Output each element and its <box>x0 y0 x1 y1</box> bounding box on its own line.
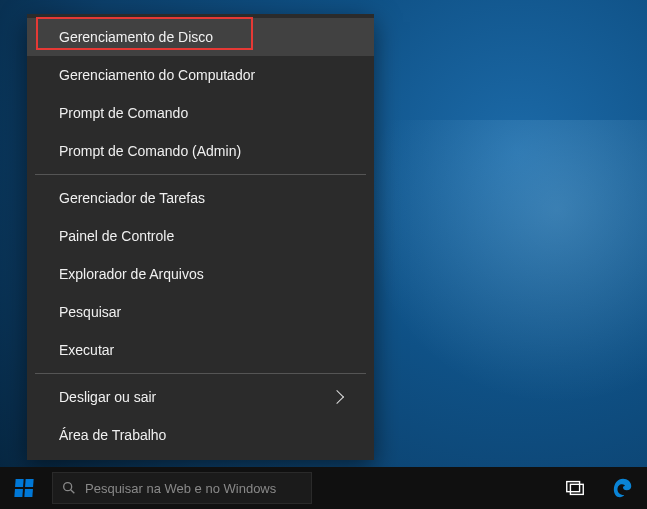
svg-rect-3 <box>570 484 583 494</box>
winx-context-menu: Gerenciamento de Disco Gerenciamento do … <box>27 14 374 460</box>
menu-item-command-prompt[interactable]: Prompt de Comando <box>27 94 374 132</box>
task-view-icon <box>564 477 586 499</box>
menu-item-label: Prompt de Comando <box>59 105 188 121</box>
menu-item-label: Área de Trabalho <box>59 427 166 443</box>
menu-item-label: Gerenciador de Tarefas <box>59 190 205 206</box>
menu-item-label: Desligar ou sair <box>59 389 156 405</box>
menu-item-label: Executar <box>59 342 114 358</box>
menu-item-control-panel[interactable]: Painel de Controle <box>27 217 374 255</box>
menu-separator <box>35 174 366 175</box>
search-placeholder: Pesquisar na Web e no Windows <box>85 481 276 496</box>
edge-browser-button[interactable] <box>599 467 647 509</box>
menu-item-label: Explorador de Arquivos <box>59 266 204 282</box>
svg-line-1 <box>71 490 75 494</box>
edge-icon <box>612 477 634 499</box>
taskbar: Pesquisar na Web e no Windows <box>0 467 647 509</box>
menu-item-search[interactable]: Pesquisar <box>27 293 374 331</box>
menu-item-run[interactable]: Executar <box>27 331 374 369</box>
menu-item-label: Pesquisar <box>59 304 121 320</box>
windows-logo-icon <box>14 479 33 497</box>
menu-item-desktop[interactable]: Área de Trabalho <box>27 416 374 454</box>
menu-item-label: Gerenciamento de Disco <box>59 29 213 45</box>
menu-item-task-manager[interactable]: Gerenciador de Tarefas <box>27 179 374 217</box>
menu-item-shutdown-submenu[interactable]: Desligar ou sair <box>27 378 374 416</box>
menu-item-disk-management[interactable]: Gerenciamento de Disco <box>27 18 374 56</box>
taskbar-search-box[interactable]: Pesquisar na Web e no Windows <box>52 472 312 504</box>
menu-separator <box>35 373 366 374</box>
task-view-button[interactable] <box>551 467 599 509</box>
svg-point-0 <box>64 483 72 491</box>
chevron-right-icon <box>330 390 344 404</box>
desktop-light-beam <box>347 120 647 420</box>
taskbar-icons <box>551 467 647 509</box>
search-icon <box>61 480 77 496</box>
menu-item-label: Gerenciamento do Computador <box>59 67 255 83</box>
menu-item-file-explorer[interactable]: Explorador de Arquivos <box>27 255 374 293</box>
menu-item-computer-management[interactable]: Gerenciamento do Computador <box>27 56 374 94</box>
menu-item-command-prompt-admin[interactable]: Prompt de Comando (Admin) <box>27 132 374 170</box>
menu-item-label: Prompt de Comando (Admin) <box>59 143 241 159</box>
start-button[interactable] <box>0 467 48 509</box>
svg-rect-2 <box>567 482 580 492</box>
menu-item-label: Painel de Controle <box>59 228 174 244</box>
